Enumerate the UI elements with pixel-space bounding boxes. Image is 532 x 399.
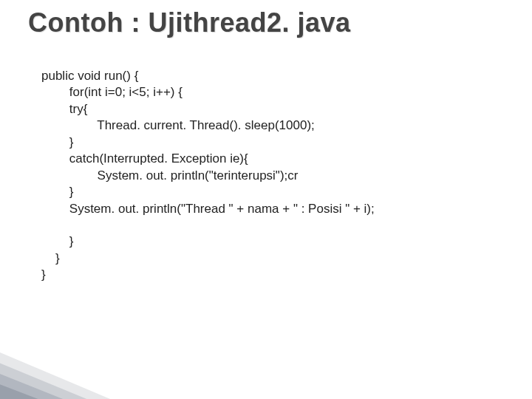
corner-decoration <box>0 325 185 399</box>
code-line: } <box>41 267 46 282</box>
slide: Contoh : Ujithread2. java public void ru… <box>0 0 532 399</box>
code-line: Thread. current. Thread(). sleep(1000); <box>97 118 315 132</box>
code-line: } <box>69 234 74 248</box>
code-line: System. out. println("terinterupsi");cr <box>98 168 299 183</box>
code-block: public void run() { for(int i=0; i<5; i+… <box>41 68 375 284</box>
code-line: for(int i=0; i<5; i++) { <box>69 85 183 99</box>
code-line: try{ <box>69 102 88 116</box>
code-line: System. out. println("Thread " + nama + … <box>69 202 375 216</box>
code-line: } <box>55 251 60 265</box>
code-line: public void run() { <box>41 69 138 83</box>
code-line: } <box>69 135 74 149</box>
slide-title: Contoh : Ujithread2. java <box>28 7 351 38</box>
code-line: catch(Interrupted. Exception ie){ <box>69 151 248 166</box>
code-line: } <box>69 185 74 199</box>
